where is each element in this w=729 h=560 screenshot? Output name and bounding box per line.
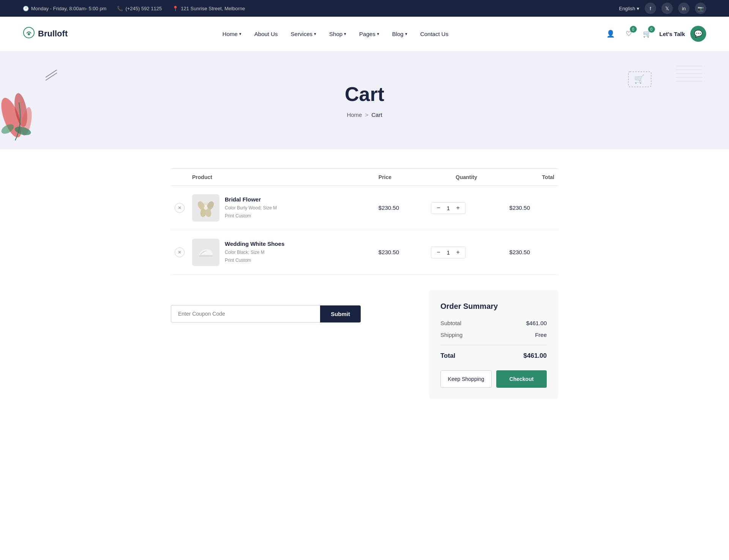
product-info: Bridal Flower Color Burly Wood; Size MPr… bbox=[219, 196, 277, 220]
product-total: $230.50 bbox=[510, 249, 530, 255]
language-selector[interactable]: English ▾ bbox=[619, 6, 639, 11]
quantity-value: 1 bbox=[445, 249, 452, 256]
top-bar-right: English ▾ f 𝕏 in 📷 bbox=[619, 3, 706, 14]
cart-bottom: Submit Order Summary Subtotal $461.00 Sh… bbox=[171, 290, 558, 399]
facebook-icon[interactable]: f bbox=[645, 3, 656, 14]
product-name: Bridal Flower bbox=[225, 196, 277, 203]
product-name: Wedding White Shoes bbox=[225, 241, 284, 247]
svg-point-7 bbox=[0, 122, 16, 135]
navbar: Brulloft Home ▾ About Us Services ▾ Shop… bbox=[0, 17, 729, 51]
chevron-down-icon: ▾ bbox=[405, 31, 407, 36]
cart-section: Product Price Quantity Total ✕ Bridal Fl… bbox=[163, 149, 566, 429]
nav-shop[interactable]: Shop ▾ bbox=[324, 28, 352, 40]
quantity-value: 1 bbox=[445, 205, 452, 211]
svg-point-1 bbox=[28, 33, 30, 35]
breadcrumb-current: Cart bbox=[371, 112, 382, 118]
chat-button[interactable]: 💬 bbox=[690, 26, 706, 42]
quantity-control: − 1 + bbox=[431, 202, 465, 214]
chat-icon: 💬 bbox=[694, 30, 702, 38]
col-price: Price bbox=[375, 169, 427, 186]
table-row: ✕ Wedding White Shoes Color Black; Size … bbox=[171, 230, 558, 275]
user-button[interactable]: 👤 bbox=[603, 27, 618, 41]
wishlist-button[interactable]: ♡ 0 bbox=[622, 27, 636, 41]
coupon-section: Submit bbox=[171, 290, 414, 322]
chevron-down-icon: ▾ bbox=[314, 31, 316, 36]
quantity-increase-button[interactable]: + bbox=[456, 249, 460, 255]
svg-rect-24 bbox=[199, 255, 213, 257]
nav-actions: 👤 ♡ 0 🛒 0 Let's Talk 💬 bbox=[603, 26, 706, 42]
cart-table: Product Price Quantity Total ✕ Bridal Fl… bbox=[171, 168, 558, 275]
deco-cart: 🛒 bbox=[626, 70, 653, 94]
order-summary: Order Summary Subtotal $461.00 Shipping … bbox=[429, 290, 558, 399]
coupon-row: Submit bbox=[171, 305, 361, 322]
location-icon: 📍 bbox=[172, 6, 178, 11]
total-label: Total bbox=[440, 352, 455, 360]
chevron-down-icon: ▾ bbox=[377, 31, 379, 36]
breadcrumb: Home > Cart bbox=[345, 112, 384, 118]
top-bar-info: 🕐 Monday - Friday, 8:00am- 5:00 pm 📞 (+2… bbox=[23, 6, 245, 11]
quantity-cell: − 1 + bbox=[427, 230, 505, 275]
twitter-icon[interactable]: 𝕏 bbox=[661, 3, 673, 14]
nav-home[interactable]: Home ▾ bbox=[217, 28, 247, 40]
breadcrumb-home[interactable]: Home bbox=[347, 112, 362, 118]
remove-item-button[interactable]: ✕ bbox=[175, 203, 185, 213]
address-info: 📍 121 Sunrise Street, Melborne bbox=[172, 6, 245, 11]
summary-title: Order Summary bbox=[440, 302, 547, 311]
nav-about[interactable]: About Us bbox=[249, 28, 283, 40]
instagram-icon[interactable]: 📷 bbox=[695, 3, 706, 14]
product-total: $230.50 bbox=[510, 204, 530, 211]
cart-badge: 0 bbox=[648, 26, 655, 33]
svg-point-6 bbox=[20, 106, 34, 136]
chevron-down-icon: ▾ bbox=[239, 31, 241, 36]
coupon-submit-button[interactable]: Submit bbox=[320, 305, 361, 322]
product-meta: Color Black; Size MPrint Custom bbox=[225, 249, 284, 264]
col-total: Total bbox=[506, 169, 558, 186]
cart-button[interactable]: 🛒 0 bbox=[640, 27, 654, 41]
nav-contact[interactable]: Contact Us bbox=[415, 28, 454, 40]
subtotal-label: Subtotal bbox=[440, 320, 461, 326]
linkedin-icon[interactable]: in bbox=[678, 3, 690, 14]
price-cell: $230.50 bbox=[375, 230, 427, 275]
remove-cell: ✕ bbox=[171, 230, 188, 275]
deco-arrows bbox=[46, 70, 61, 87]
quantity-decrease-button[interactable]: − bbox=[437, 249, 440, 255]
phone-info: 📞 (+245) 592 1125 bbox=[117, 6, 162, 11]
deco-lines bbox=[676, 62, 706, 94]
product-cell: Bridal Flower Color Burly Wood; Size MPr… bbox=[188, 186, 375, 230]
total-cell: $230.50 bbox=[506, 186, 558, 230]
col-remove bbox=[171, 169, 188, 186]
phone-icon: 📞 bbox=[117, 6, 123, 11]
svg-point-5 bbox=[12, 92, 29, 128]
hero-banner: 🛒 Cart Home > Cart bbox=[0, 51, 729, 149]
logo[interactable]: Brulloft bbox=[23, 27, 68, 41]
nav-links: Home ▾ About Us Services ▾ Shop ▾ Pages … bbox=[217, 28, 454, 40]
coupon-input[interactable] bbox=[171, 305, 320, 322]
total-value: $461.00 bbox=[524, 352, 547, 360]
quantity-decrease-button[interactable]: − bbox=[437, 205, 440, 211]
nav-pages[interactable]: Pages ▾ bbox=[354, 28, 385, 40]
keep-shopping-button[interactable]: Keep Shopping bbox=[440, 370, 492, 388]
product-cell: Wedding White Shoes Color Black; Size MP… bbox=[188, 230, 375, 275]
nav-blog[interactable]: Blog ▾ bbox=[387, 28, 413, 40]
nav-services[interactable]: Services ▾ bbox=[286, 28, 322, 40]
remove-item-button[interactable]: ✕ bbox=[175, 247, 185, 257]
lets-talk-button[interactable]: Let's Talk bbox=[658, 28, 686, 40]
table-row: ✕ Bridal Flower Color Burly Wood; Size M… bbox=[171, 186, 558, 230]
price-cell: $230.50 bbox=[375, 186, 427, 230]
chevron-down-icon: ▾ bbox=[344, 31, 346, 36]
product-image bbox=[192, 194, 219, 222]
checkout-button[interactable]: Checkout bbox=[496, 370, 547, 388]
table-header: Product Price Quantity Total bbox=[171, 169, 558, 186]
product-price: $230.50 bbox=[379, 204, 399, 211]
user-icon: 👤 bbox=[606, 30, 615, 38]
chevron-down-icon: ▾ bbox=[637, 6, 639, 11]
quantity-control: − 1 + bbox=[431, 247, 465, 258]
quantity-increase-button[interactable]: + bbox=[456, 205, 460, 211]
logo-icon bbox=[23, 27, 35, 41]
svg-point-8 bbox=[14, 125, 32, 137]
col-quantity: Quantity bbox=[427, 169, 505, 186]
top-bar: 🕐 Monday - Friday, 8:00am- 5:00 pm 📞 (+2… bbox=[0, 0, 729, 17]
summary-divider bbox=[440, 345, 547, 345]
quantity-cell: − 1 + bbox=[427, 186, 505, 230]
col-product: Product bbox=[188, 169, 375, 186]
